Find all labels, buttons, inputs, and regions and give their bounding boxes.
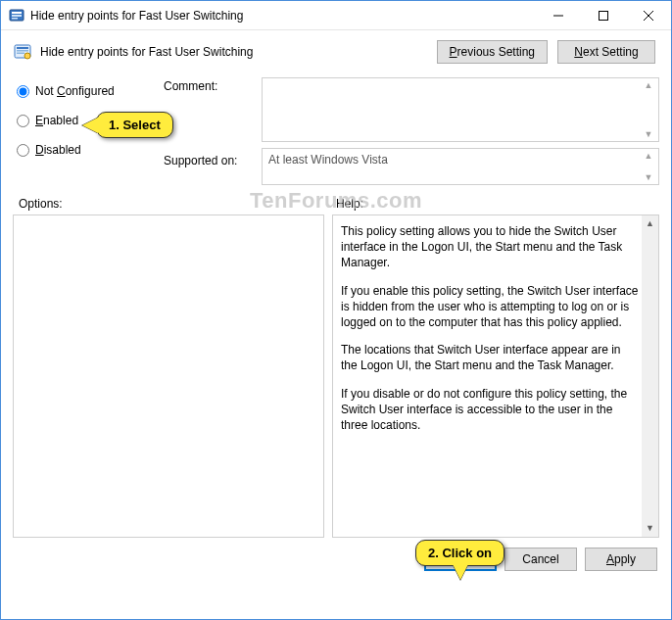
radio-disabled[interactable]: Disabled	[17, 138, 154, 162]
help-scrollbar[interactable]: ▲ ▼	[642, 215, 658, 537]
comment-label: Comment:	[164, 79, 252, 134]
comment-textarea[interactable]: ▲ ▼	[262, 77, 659, 142]
radio-not-configured-input[interactable]	[17, 85, 29, 98]
previous-setting-button[interactable]: Previous Setting	[437, 40, 548, 64]
footer-buttons: OK Cancel Apply	[1, 538, 671, 581]
field-labels: Comment: Supported on:	[164, 77, 252, 185]
help-paragraph: If you disable or do not configure this …	[341, 386, 639, 434]
radio-not-configured[interactable]: Not Configured	[17, 79, 154, 103]
callout-click-on: 2. Click on	[415, 540, 504, 566]
scroll-down-icon: ▼	[645, 129, 653, 139]
scroll-up-icon: ▲	[642, 215, 658, 232]
apply-button[interactable]: Apply	[585, 548, 657, 571]
scroll-down-icon: ▼	[642, 520, 658, 537]
svg-point-12	[24, 53, 30, 59]
titlebar: Hide entry points for Fast User Switchin…	[1, 1, 671, 30]
callout-select: 1. Select	[96, 112, 173, 138]
policy-icon	[13, 42, 32, 62]
comment-scrollbar[interactable]: ▲ ▼	[641, 80, 656, 139]
svg-rect-2	[12, 15, 22, 17]
radio-disabled-input[interactable]	[17, 144, 29, 157]
supported-on-box: At least Windows Vista ▲ ▼	[262, 148, 659, 185]
minimize-button[interactable]	[536, 1, 581, 30]
options-pane	[13, 215, 324, 538]
svg-rect-5	[600, 11, 608, 20]
svg-rect-11	[17, 53, 24, 55]
callout-arrow-icon	[82, 118, 98, 133]
radio-enabled-input[interactable]	[17, 115, 29, 127]
supported-scrollbar[interactable]: ▲ ▼	[641, 151, 656, 182]
lower-panes: This policy setting allows you to hide t…	[1, 215, 671, 538]
help-pane: This policy setting allows you to hide t…	[332, 215, 659, 538]
close-button[interactable]	[626, 1, 671, 30]
callout-arrow-icon	[453, 564, 468, 580]
options-label: Options:	[19, 197, 336, 211]
next-setting-button[interactable]: Next Setting	[557, 40, 655, 64]
scroll-up-icon: ▲	[645, 80, 653, 90]
window-title: Hide entry points for Fast User Switchin…	[30, 9, 536, 23]
maximize-button[interactable]	[581, 1, 626, 30]
policy-app-icon	[9, 8, 24, 24]
scroll-down-icon: ▼	[645, 172, 653, 182]
policy-title: Hide entry points for Fast User Switchin…	[40, 45, 437, 59]
help-paragraph: This policy setting allows you to hide t…	[341, 223, 639, 271]
svg-rect-1	[12, 12, 22, 14]
supported-label: Supported on:	[164, 154, 252, 167]
header-row: Hide entry points for Fast User Switchin…	[1, 30, 671, 72]
cancel-button[interactable]: Cancel	[504, 548, 577, 571]
help-label: Help:	[336, 197, 363, 211]
svg-rect-10	[17, 50, 28, 52]
svg-rect-9	[17, 47, 28, 49]
section-labels: Options: Help:	[1, 185, 671, 215]
help-paragraph: The locations that Switch User interface…	[341, 342, 639, 373]
help-paragraph: If you enable this policy setting, the S…	[341, 283, 639, 331]
svg-rect-3	[12, 18, 18, 20]
supported-on-text: At least Windows Vista	[268, 153, 388, 167]
scroll-up-icon: ▲	[645, 151, 653, 161]
